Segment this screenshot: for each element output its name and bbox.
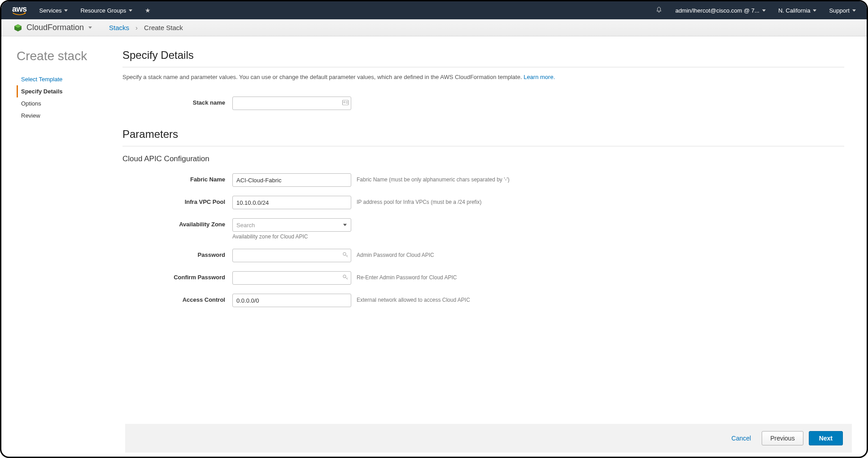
breadcrumb-separator: › [135, 24, 138, 31]
breadcrumb-stacks[interactable]: Stacks [109, 24, 129, 31]
breadcrumb: Stacks › Create Stack [109, 24, 183, 31]
availability-zone-select[interactable] [232, 218, 351, 232]
content-area: Specify Details Specify a stack name and… [122, 49, 853, 455]
divider [122, 146, 844, 146]
service-selector[interactable]: CloudFormation [14, 23, 92, 32]
nav-user-menu[interactable]: admin/lhercot@cisco.com @ 7... [675, 7, 766, 14]
stack-name-label: Stack name [158, 97, 232, 106]
cancel-button[interactable]: Cancel [726, 431, 757, 445]
service-name-text: CloudFormation [26, 23, 84, 32]
learn-more-link[interactable]: Learn more. [523, 74, 555, 80]
password-label: Password [158, 249, 232, 258]
footer-bar: Cancel Previous Next [125, 424, 852, 453]
access-control-label: Access Control [158, 294, 232, 303]
chevron-down-icon [813, 9, 816, 12]
access-control-hint: External network allowed to access Cloud… [357, 294, 470, 303]
wizard-step-select-template[interactable]: Select Template [17, 73, 122, 85]
aws-logo-text: aws [12, 4, 27, 13]
nav-region-menu[interactable]: N. California [778, 7, 817, 14]
next-button[interactable]: Next [809, 431, 843, 445]
aws-logo[interactable]: aws [12, 5, 27, 16]
chevron-down-icon [762, 9, 766, 12]
infra-vpc-pool-hint: IP address pool for Infra VPCs (must be … [357, 196, 482, 205]
fabric-name-label: Fabric Name [158, 173, 232, 183]
infra-vpc-pool-input[interactable] [232, 196, 351, 209]
section-description: Specify a stack name and parameter value… [122, 74, 844, 80]
notification-bell-icon[interactable] [655, 6, 663, 15]
confirm-password-label: Confirm Password [158, 271, 232, 281]
availability-zone-hint: Availability zone for Cloud APIC [232, 232, 351, 240]
fabric-name-input[interactable] [232, 173, 351, 187]
nav-resource-groups[interactable]: Resource Groups [80, 7, 132, 14]
password-input[interactable] [232, 249, 351, 262]
wizard-sidebar: Create stack Select Template Specify Det… [15, 49, 122, 455]
service-bar: CloudFormation Stacks › Create Stack [1, 19, 867, 36]
nav-support-label: Support [829, 7, 850, 14]
nav-region-label: N. California [778, 7, 811, 14]
nav-services[interactable]: Services [39, 7, 68, 14]
nav-support-menu[interactable]: Support [829, 7, 856, 14]
wizard-step-options[interactable]: Options [17, 97, 122, 110]
chevron-down-icon [852, 9, 856, 12]
confirm-password-hint: Re-Enter Admin Password for Cloud APIC [357, 271, 457, 281]
pin-icon[interactable]: ★ [145, 7, 151, 14]
stack-name-input[interactable] [232, 97, 351, 110]
wizard-step-specify-details[interactable]: Specify Details [17, 85, 122, 97]
previous-button[interactable]: Previous [762, 431, 803, 445]
divider [122, 67, 844, 67]
section-description-text: Specify a stack name and parameter value… [122, 74, 523, 80]
availability-zone-label: Availability Zone [158, 218, 232, 228]
fabric-name-hint: Fabric Name (must be only alphanumeric c… [357, 173, 510, 183]
nav-services-label: Services [39, 7, 62, 14]
parameters-heading: Parameters [122, 128, 844, 141]
confirm-password-input[interactable] [232, 271, 351, 285]
nav-resource-groups-label: Resource Groups [80, 7, 126, 14]
breadcrumb-current: Create Stack [144, 24, 183, 31]
chevron-down-icon [129, 9, 132, 12]
password-hint: Admin Password for Cloud APIC [357, 249, 434, 258]
infra-vpc-pool-label: Infra VPC Pool [158, 196, 232, 205]
chevron-down-icon [88, 26, 92, 29]
parameters-subheading: Cloud APIC Configuration [122, 154, 844, 163]
top-nav: aws Services Resource Groups ★ admin/lhe… [1, 1, 867, 19]
nav-user-label: admin/lhercot@cisco.com @ 7... [675, 7, 759, 14]
chevron-down-icon [64, 9, 68, 12]
page-title: Create stack [17, 49, 122, 63]
section-heading: Specify Details [122, 49, 844, 62]
wizard-step-review[interactable]: Review [17, 110, 122, 122]
access-control-input[interactable] [232, 294, 351, 307]
cloudformation-icon [14, 24, 22, 32]
